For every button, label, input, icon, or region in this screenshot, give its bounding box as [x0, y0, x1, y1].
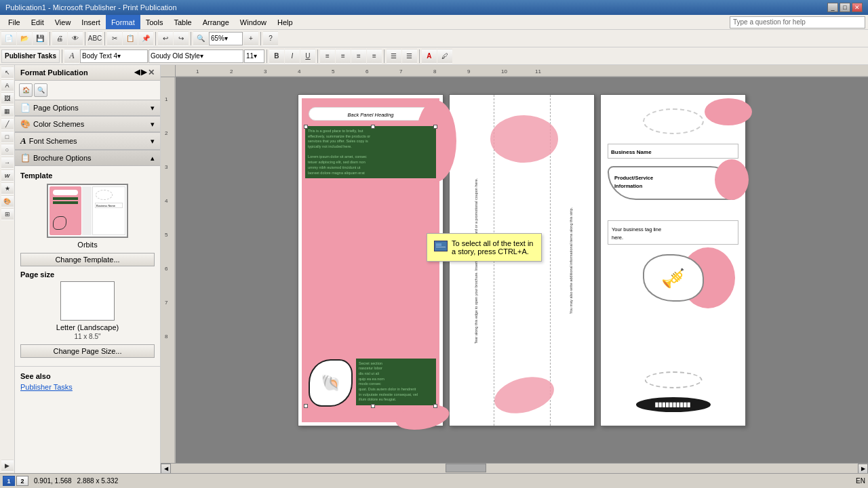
sep6 [260, 32, 261, 45]
sep7 [62, 49, 62, 63]
menu-tools[interactable]: Tools [140, 15, 169, 29]
scroll-track-h[interactable] [171, 464, 858, 473]
picture-tool[interactable]: 🖼 [1, 92, 14, 104]
panel-home-btn[interactable]: 🏠 [19, 83, 33, 97]
design-gallery-tool[interactable]: ★ [1, 182, 14, 195]
panel-close-btn[interactable]: ✕ [148, 68, 155, 77]
pink-mid-oval-1 [490, 115, 558, 163]
body-text-1-content: This is a good place to briefly, but eff… [308, 129, 433, 176]
canvas-area: 1 2 3 4 5 6 7 8 9 10 11 [161, 65, 868, 473]
copy-btn[interactable]: 📋 [123, 31, 138, 46]
menu-file[interactable]: File [3, 15, 26, 29]
menu-insert[interactable]: Insert [76, 15, 106, 29]
change-page-size-btn[interactable]: Change Page Size... [20, 344, 155, 358]
preview-btn[interactable]: 👁 [68, 31, 83, 46]
bullets-btn[interactable]: ☰ [387, 49, 401, 64]
color-schemes-header[interactable]: 🎨 Color Schemes ▾ [15, 116, 160, 132]
open-btn[interactable]: 📂 [17, 31, 32, 46]
body-text-block-2[interactable]: Secret section nascetur lobor dis nisl u… [356, 359, 436, 406]
sep9 [317, 49, 318, 63]
vertical-ruler: 1 2 3 4 5 6 7 8 [161, 77, 176, 463]
page-options-header[interactable]: 📄 Page Options ▾ [15, 100, 160, 116]
zoom-in-btn[interactable]: + [243, 31, 258, 46]
panel-search-btn[interactable]: 🔍 [34, 83, 47, 97]
font-size-dropdown[interactable]: 11▾ [244, 49, 264, 63]
panel-back-btn[interactable]: ◀ [134, 68, 140, 77]
svg-text:7: 7 [165, 300, 168, 306]
menu-table[interactable]: Table [168, 15, 197, 29]
canvas[interactable]: Back Panel Heading This is a good place … [176, 77, 868, 463]
align-left-btn[interactable]: ≡ [320, 49, 335, 64]
svg-text:5: 5 [165, 232, 168, 238]
bold-btn[interactable]: B [269, 49, 284, 64]
body-text-block-1[interactable]: This is a good place to briefly, but eff… [305, 126, 436, 178]
paste-btn[interactable]: 📌 [138, 31, 153, 46]
window-controls: _ □ ✕ [827, 3, 863, 12]
help-btn[interactable]: ? [263, 31, 278, 46]
new-btn[interactable]: 📄 [1, 31, 16, 46]
brochure-options-header[interactable]: 📋 Brochure Options ▴ [15, 150, 160, 166]
page-1-btn[interactable]: 1 [3, 476, 15, 486]
menu-help[interactable]: Help [272, 15, 298, 29]
align-justify-btn[interactable]: ≡ [367, 49, 382, 64]
font-schemes-header[interactable]: A Font Schemes ▾ [15, 132, 160, 150]
rect-tool[interactable]: □ [1, 131, 14, 143]
sep8 [267, 49, 267, 63]
zoom-dropdown[interactable]: 65%▾ [209, 32, 243, 45]
align-right-btn[interactable]: ≡ [351, 49, 366, 64]
tagline-box[interactable]: Your business tag linehere. [608, 220, 738, 245]
menu-format[interactable]: Format [106, 15, 140, 29]
panel-forward-btn[interactable]: ▶ [141, 68, 146, 77]
font-color-btn[interactable]: A [422, 49, 437, 64]
spell-btn[interactable]: ABC [87, 31, 102, 46]
page-options-icon: 📄 [20, 103, 31, 113]
menu-edit[interactable]: Edit [26, 15, 50, 29]
select-tool[interactable]: ↖ [1, 66, 14, 79]
color-fill-tool[interactable]: 🎨 [1, 195, 14, 207]
close-button[interactable]: ✕ [852, 3, 863, 12]
business-name-box[interactable]: Business Name [608, 144, 738, 159]
vert-text-2: You may also write additional informatio… [569, 207, 574, 314]
align-center-btn[interactable]: ≡ [336, 49, 351, 64]
ruler-row: 1 2 3 4 5 6 7 8 9 10 11 [161, 65, 868, 77]
arrow-tool[interactable]: → [1, 157, 14, 169]
menu-window[interactable]: Window [235, 15, 272, 29]
maximize-button[interactable]: □ [840, 3, 850, 12]
font-name-dropdown[interactable]: Goudy Old Style▾ [149, 49, 243, 63]
black-oval-btn[interactable]: ██████████ [636, 397, 711, 412]
line-tool[interactable]: ╱ [1, 118, 14, 130]
status-right: EN [856, 477, 865, 485]
table-tool[interactable]: ▦ [1, 105, 14, 117]
scroll-thumb-h[interactable] [446, 464, 486, 472]
expand-btn[interactable]: ▶ [1, 460, 14, 472]
wordart-tool[interactable]: W [1, 169, 14, 182]
highlight-btn[interactable]: 🖊 [437, 49, 452, 64]
undo-btn[interactable]: ↩ [158, 31, 173, 46]
crop-tool[interactable]: ⊞ [1, 208, 14, 220]
help-search-box[interactable]: Type a question for help [730, 16, 865, 28]
scroll-left-btn[interactable]: ◀ [161, 464, 171, 474]
font-style-dropdown[interactable]: Body Text 4▾ [80, 49, 148, 63]
text-tool[interactable]: A [1, 79, 14, 92]
zoom-out-btn[interactable]: 🔍 [193, 31, 208, 46]
page-2-btn[interactable]: 2 [16, 476, 28, 486]
change-template-btn[interactable]: Change Template... [20, 253, 155, 266]
sel-handle-bl [304, 404, 308, 408]
minimize-button[interactable]: _ [827, 3, 838, 12]
underline-btn[interactable]: U [300, 49, 315, 64]
menu-arrange[interactable]: Arrange [197, 15, 235, 29]
body-text-2-content: Secret section nascetur lobor dis nisl u… [359, 361, 433, 403]
publisher-tasks-label[interactable]: Publisher Tasks [1, 49, 60, 63]
redo-btn[interactable]: ↪ [174, 31, 189, 46]
numbering-btn[interactable]: ☰ [402, 49, 417, 64]
oval-tool[interactable]: ○ [1, 144, 14, 156]
svg-text:1: 1 [196, 68, 199, 75]
scroll-right-btn[interactable]: ▶ [858, 464, 868, 474]
menu-view[interactable]: View [50, 15, 77, 29]
italic-btn[interactable]: I [285, 49, 300, 64]
publisher-tasks-link[interactable]: Publisher Tasks [20, 383, 73, 391]
cut-btn[interactable]: ✂ [107, 31, 122, 46]
print-btn[interactable]: 🖨 [52, 31, 67, 46]
save-btn[interactable]: 💾 [33, 31, 47, 46]
page-3: Business Name Product/ServiceInformation [600, 94, 746, 426]
